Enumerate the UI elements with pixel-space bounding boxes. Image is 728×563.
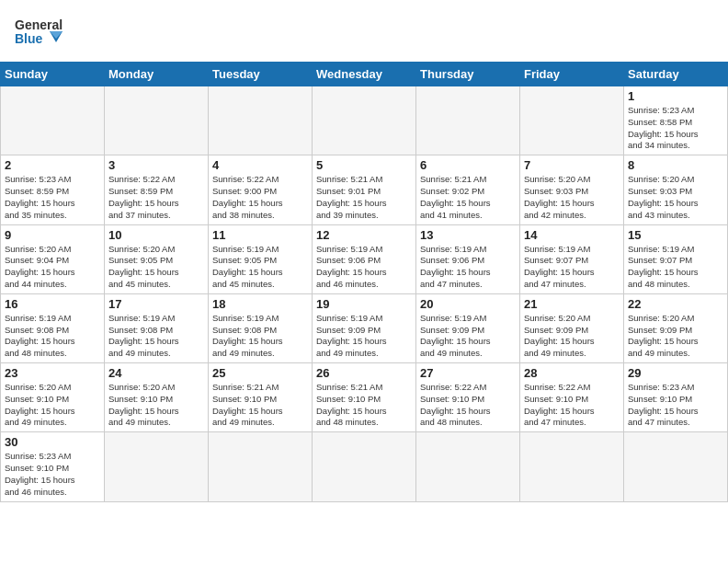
calendar-cell <box>520 432 624 501</box>
cell-info: Sunrise: 5:22 AMSunset: 9:10 PMDaylight:… <box>420 382 516 429</box>
calendar-cell <box>209 432 313 501</box>
day-number: 28 <box>524 366 620 380</box>
cell-info: Sunrise: 5:22 AMSunset: 9:00 PMDaylight:… <box>212 174 308 221</box>
calendar-cell <box>520 86 624 155</box>
calendar-cell <box>313 432 416 501</box>
day-number: 30 <box>5 435 100 449</box>
calendar-cell <box>313 86 416 155</box>
cell-info: Sunrise: 5:21 AMSunset: 9:10 PMDaylight:… <box>316 382 412 429</box>
cell-info: Sunrise: 5:19 AMSunset: 9:07 PMDaylight:… <box>628 244 723 291</box>
calendar-cell <box>105 86 209 155</box>
calendar-cell: 13Sunrise: 5:19 AMSunset: 9:06 PMDayligh… <box>416 224 520 293</box>
cell-info: Sunrise: 5:19 AMSunset: 9:08 PMDaylight:… <box>108 313 204 360</box>
cell-info: Sunrise: 5:19 AMSunset: 9:08 PMDaylight:… <box>5 313 100 360</box>
day-number: 16 <box>5 297 100 311</box>
cell-info: Sunrise: 5:23 AMSunset: 8:59 PMDaylight:… <box>5 174 100 221</box>
calendar-cell: 11Sunrise: 5:19 AMSunset: 9:05 PMDayligh… <box>209 224 313 293</box>
day-number: 26 <box>316 366 412 380</box>
calendar-week-5: 23Sunrise: 5:20 AMSunset: 9:10 PMDayligh… <box>1 363 728 432</box>
cell-info: Sunrise: 5:22 AMSunset: 9:10 PMDaylight:… <box>524 382 620 429</box>
calendar-cell <box>624 432 728 501</box>
calendar-cell <box>416 86 520 155</box>
calendar-cell <box>209 86 313 155</box>
cell-info: Sunrise: 5:23 AMSunset: 9:10 PMDaylight:… <box>5 451 100 498</box>
day-number: 9 <box>5 228 100 242</box>
calendar-cell: 1Sunrise: 5:23 AMSunset: 8:58 PMDaylight… <box>624 86 728 155</box>
cell-info: Sunrise: 5:21 AMSunset: 9:10 PMDaylight:… <box>212 382 308 429</box>
calendar-week-1: 1Sunrise: 5:23 AMSunset: 8:58 PMDaylight… <box>1 86 728 155</box>
calendar-week-2: 2Sunrise: 5:23 AMSunset: 8:59 PMDaylight… <box>1 155 728 224</box>
svg-text:General: General <box>15 17 63 32</box>
cell-info: Sunrise: 5:19 AMSunset: 9:09 PMDaylight:… <box>420 313 516 360</box>
day-number: 1 <box>628 89 723 103</box>
cell-info: Sunrise: 5:23 AMSunset: 8:58 PMDaylight:… <box>628 105 723 152</box>
day-number: 29 <box>628 366 723 380</box>
calendar-cell: 25Sunrise: 5:21 AMSunset: 9:10 PMDayligh… <box>209 363 313 432</box>
day-header-thursday: Thursday <box>416 63 520 86</box>
cell-info: Sunrise: 5:20 AMSunset: 9:03 PMDaylight:… <box>524 174 620 221</box>
day-number: 14 <box>524 228 620 242</box>
calendar-cell: 14Sunrise: 5:19 AMSunset: 9:07 PMDayligh… <box>520 224 624 293</box>
calendar-cell <box>416 432 520 501</box>
day-number: 24 <box>108 366 204 380</box>
day-number: 20 <box>420 297 516 311</box>
day-number: 3 <box>108 158 204 172</box>
cell-info: Sunrise: 5:23 AMSunset: 9:10 PMDaylight:… <box>628 382 723 429</box>
cell-info: Sunrise: 5:22 AMSunset: 8:59 PMDaylight:… <box>108 174 204 221</box>
cell-info: Sunrise: 5:20 AMSunset: 9:04 PMDaylight:… <box>5 244 100 291</box>
calendar-cell: 12Sunrise: 5:19 AMSunset: 9:06 PMDayligh… <box>313 224 416 293</box>
calendar-cell: 30Sunrise: 5:23 AMSunset: 9:10 PMDayligh… <box>1 432 105 501</box>
day-header-wednesday: Wednesday <box>313 63 416 86</box>
day-header-monday: Monday <box>105 63 209 86</box>
day-number: 6 <box>420 158 516 172</box>
day-number: 8 <box>628 158 723 172</box>
cell-info: Sunrise: 5:21 AMSunset: 9:02 PMDaylight:… <box>420 174 516 221</box>
cell-info: Sunrise: 5:19 AMSunset: 9:06 PMDaylight:… <box>420 244 516 291</box>
day-number: 12 <box>316 228 412 242</box>
calendar-cell <box>1 86 105 155</box>
day-number: 23 <box>5 366 100 380</box>
cell-info: Sunrise: 5:19 AMSunset: 9:07 PMDaylight:… <box>524 244 620 291</box>
day-number: 27 <box>420 366 516 380</box>
calendar-cell: 6Sunrise: 5:21 AMSunset: 9:02 PMDaylight… <box>416 155 520 224</box>
calendar-cell: 18Sunrise: 5:19 AMSunset: 9:08 PMDayligh… <box>209 293 313 362</box>
cell-info: Sunrise: 5:21 AMSunset: 9:01 PMDaylight:… <box>316 174 412 221</box>
logo: General Blue <box>15 11 65 52</box>
cell-info: Sunrise: 5:20 AMSunset: 9:09 PMDaylight:… <box>628 313 723 360</box>
day-number: 17 <box>108 297 204 311</box>
day-number: 4 <box>212 158 308 172</box>
day-number: 22 <box>628 297 723 311</box>
day-number: 21 <box>524 297 620 311</box>
day-number: 5 <box>316 158 412 172</box>
day-header-sunday: Sunday <box>1 63 105 86</box>
cell-info: Sunrise: 5:20 AMSunset: 9:10 PMDaylight:… <box>5 382 100 429</box>
calendar-week-4: 16Sunrise: 5:19 AMSunset: 9:08 PMDayligh… <box>1 293 728 362</box>
calendar-cell: 16Sunrise: 5:19 AMSunset: 9:08 PMDayligh… <box>1 293 105 362</box>
calendar-cell: 21Sunrise: 5:20 AMSunset: 9:09 PMDayligh… <box>520 293 624 362</box>
calendar-cell: 19Sunrise: 5:19 AMSunset: 9:09 PMDayligh… <box>313 293 416 362</box>
calendar-cell: 4Sunrise: 5:22 AMSunset: 9:00 PMDaylight… <box>209 155 313 224</box>
day-header-tuesday: Tuesday <box>209 63 313 86</box>
calendar-header-row: SundayMondayTuesdayWednesdayThursdayFrid… <box>1 63 728 86</box>
day-number: 2 <box>5 158 100 172</box>
day-number: 10 <box>108 228 204 242</box>
calendar-cell: 17Sunrise: 5:19 AMSunset: 9:08 PMDayligh… <box>105 293 209 362</box>
svg-text:Blue: Blue <box>15 31 43 46</box>
day-header-saturday: Saturday <box>624 63 728 86</box>
calendar-cell: 15Sunrise: 5:19 AMSunset: 9:07 PMDayligh… <box>624 224 728 293</box>
day-number: 19 <box>316 297 412 311</box>
cell-info: Sunrise: 5:20 AMSunset: 9:09 PMDaylight:… <box>524 313 620 360</box>
calendar-cell: 27Sunrise: 5:22 AMSunset: 9:10 PMDayligh… <box>416 363 520 432</box>
cell-info: Sunrise: 5:20 AMSunset: 9:03 PMDaylight:… <box>628 174 723 221</box>
calendar-cell: 10Sunrise: 5:20 AMSunset: 9:05 PMDayligh… <box>105 224 209 293</box>
day-number: 18 <box>212 297 308 311</box>
cell-info: Sunrise: 5:19 AMSunset: 9:06 PMDaylight:… <box>316 244 412 291</box>
calendar-cell <box>105 432 209 501</box>
calendar-cell: 5Sunrise: 5:21 AMSunset: 9:01 PMDaylight… <box>313 155 416 224</box>
calendar-cell: 20Sunrise: 5:19 AMSunset: 9:09 PMDayligh… <box>416 293 520 362</box>
cell-info: Sunrise: 5:19 AMSunset: 9:08 PMDaylight:… <box>212 313 308 360</box>
calendar-cell: 2Sunrise: 5:23 AMSunset: 8:59 PMDaylight… <box>1 155 105 224</box>
cell-info: Sunrise: 5:20 AMSunset: 9:10 PMDaylight:… <box>108 382 204 429</box>
calendar-week-6: 30Sunrise: 5:23 AMSunset: 9:10 PMDayligh… <box>1 432 728 501</box>
svg-marker-3 <box>50 31 63 39</box>
